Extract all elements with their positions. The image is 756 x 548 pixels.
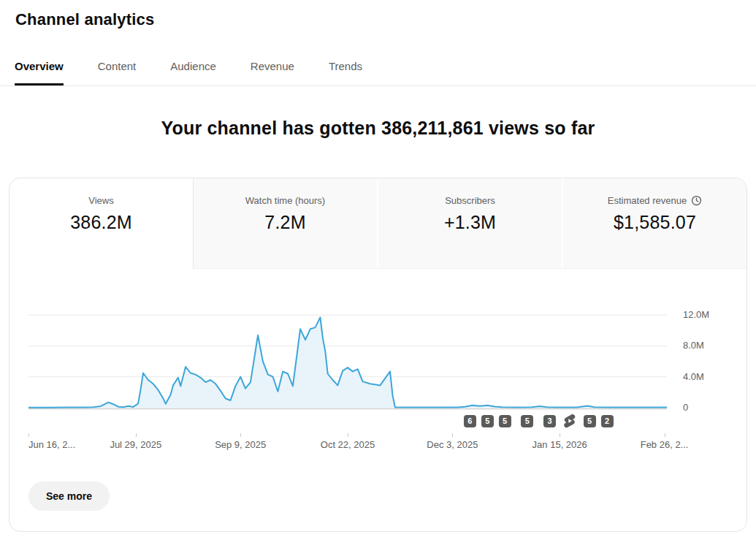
x-axis-tick [240,433,241,437]
page-title: Channel analytics [15,10,756,29]
analytics-card: Views386.2MWatch time (hours)7.2MSubscri… [9,178,747,532]
metric-value: $1,585.07 [563,212,747,233]
metric-label: Subscribers [445,195,495,206]
metric-value: +1.3M [378,212,562,233]
x-axis-tick [560,433,560,437]
x-axis-tick [348,433,348,437]
see-more-button[interactable]: See more [28,482,110,511]
y-axis-label: 8.0M [683,340,704,351]
metric-label: Estimated revenue [608,195,702,206]
metric-tabs-row: Views386.2MWatch time (hours)7.2MSubscri… [9,178,747,269]
x-axis-tick [28,433,29,437]
metric-label: Views [88,195,113,206]
video-marker-badge[interactable]: 6 [464,415,476,427]
metric-label-text: Watch time (hours) [245,195,325,206]
delayed-data-clock-icon [691,195,702,206]
metric-card-subscribers[interactable]: Subscribers+1.3M [377,178,562,269]
y-axis-label: 12.0M [683,309,709,320]
metric-card-views[interactable]: Views386.2M [9,178,193,269]
metric-card-watch-time-hours[interactable]: Watch time (hours)7.2M [193,178,377,269]
y-axis-label: 0 [683,402,688,413]
x-axis-label: Jun 16, 2... [28,439,75,450]
video-marker-badge[interactable]: 5 [521,415,533,427]
views-headline: Your channel has gotten 386,211,861 view… [0,118,756,139]
x-axis-tick [665,433,665,437]
metric-value: 7.2M [194,212,377,233]
chart-area: 12.0M8.0M4.0M0Jun 16, 2...Jul 29, 2025Se… [9,298,747,455]
video-marker-badge[interactable]: 2 [601,415,614,427]
x-axis-label: Jul 29, 2025 [110,439,161,450]
x-axis-label: Oct 22, 2025 [321,439,375,450]
x-axis-tick [452,433,453,437]
tab-trends[interactable]: Trends [329,60,362,85]
views-series-area [28,317,667,408]
metric-label-text: Estimated revenue [608,195,687,206]
metric-label-text: Views [88,195,113,206]
video-marker-badge[interactable]: 5 [584,415,596,427]
x-axis-label: Sep 9, 2025 [215,439,266,450]
metric-label-text: Subscribers [445,195,495,206]
metric-card-estimated-revenue[interactable]: Estimated revenue$1,585.07 [562,178,747,269]
video-marker-badge[interactable]: 5 [499,415,511,427]
tab-overview[interactable]: Overview [15,60,64,85]
x-axis-label: Dec 3, 2025 [427,439,478,450]
x-axis-label: Jan 15, 2026 [532,439,587,450]
tab-content[interactable]: Content [98,60,137,85]
tab-audience[interactable]: Audience [170,60,216,85]
analytics-nav-tabs: OverviewContentAudienceRevenueTrends [0,60,756,86]
metric-value: 386.2M [9,212,193,233]
y-axis-label: 4.0M [683,371,704,382]
tab-revenue[interactable]: Revenue [251,60,294,85]
x-axis-tick [136,433,137,437]
x-axis-label: Feb 26, 2... [641,439,689,450]
views-area-chart[interactable] [28,298,667,411]
video-marker-badge[interactable]: 3 [543,415,556,427]
shorts-marker-icon[interactable] [562,414,577,428]
video-marker-badge[interactable]: 5 [481,415,494,427]
metric-label: Watch time (hours) [245,195,325,206]
